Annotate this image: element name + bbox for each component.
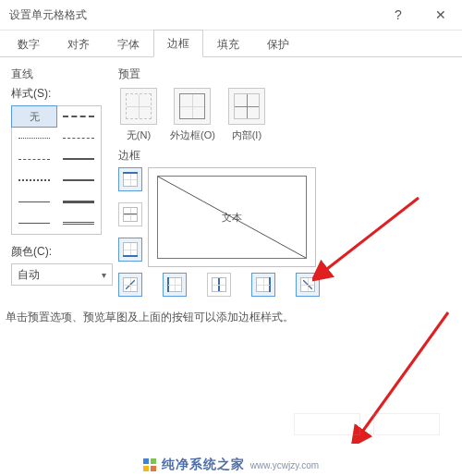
border-left-button[interactable] — [163, 273, 187, 297]
preset-inside-label: 内部(I) — [232, 128, 261, 142]
line-style-solid-thin[interactable] — [12, 191, 56, 212]
line-style-none-label: 无 — [30, 110, 40, 124]
tab-fill[interactable]: 填充 — [203, 31, 253, 57]
help-text: 单击预置选项、预览草图及上面的按钮可以添加边框样式。 — [0, 297, 462, 325]
line-style-list[interactable]: 无 — [11, 105, 102, 235]
dialog-footer-buttons — [294, 413, 440, 435]
line-style-solid-heavy[interactable] — [56, 170, 101, 190]
watermark: 纯净系统之家 www.ycwjzy.com — [0, 454, 462, 476]
line-style-solid-med[interactable] — [56, 149, 101, 169]
color-dropdown[interactable]: 自动 ▾ — [11, 263, 113, 286]
border-bottom-button[interactable] — [118, 238, 142, 262]
preview-text-label: 文本 — [222, 211, 242, 225]
svg-rect-7 — [143, 466, 149, 471]
line-style-dash-heavy[interactable] — [56, 106, 101, 127]
border-middle-h-button[interactable] — [118, 202, 142, 226]
svg-rect-6 — [151, 458, 156, 464]
tab-protection[interactable]: 保护 — [253, 31, 303, 57]
preset-outline-button[interactable] — [174, 88, 211, 125]
svg-line-1 — [126, 280, 135, 289]
color-dropdown-value: 自动 — [18, 267, 40, 283]
cancel-button[interactable] — [373, 413, 440, 435]
line-style-none[interactable]: 无 — [12, 106, 56, 127]
tab-number[interactable]: 数字 — [4, 31, 54, 57]
svg-rect-8 — [151, 466, 156, 471]
border-group-title: 边框 — [118, 148, 451, 164]
preset-none-label: 无(N) — [127, 128, 151, 142]
help-button[interactable]: ? — [377, 0, 419, 30]
style-label: 样式(S): — [11, 86, 103, 102]
line-group-title: 直线 — [11, 67, 103, 82]
border-top-button[interactable] — [118, 167, 142, 191]
tab-bar: 数字 对齐 字体 边框 填充 保护 — [0, 31, 462, 57]
dialog-title: 设置单元格格式 — [9, 7, 377, 23]
preset-none-button[interactable] — [120, 88, 157, 125]
border-right-button[interactable] — [251, 273, 275, 297]
tab-alignment[interactable]: 对齐 — [54, 31, 103, 57]
line-style-dashdot[interactable] — [56, 128, 101, 148]
line-style-dotted-2[interactable] — [12, 170, 56, 190]
tab-border[interactable]: 边框 — [153, 30, 203, 57]
watermark-url: www.ycwjzy.com — [250, 460, 319, 470]
preset-group-title: 预置 — [118, 67, 451, 82]
preset-outline-label: 外边框(O) — [170, 128, 215, 142]
line-style-double[interactable] — [56, 213, 101, 233]
border-middle-v-button[interactable] — [207, 273, 231, 297]
line-style-solid-thick[interactable] — [56, 191, 101, 212]
svg-rect-5 — [143, 458, 149, 464]
ok-button[interactable] — [294, 413, 360, 435]
line-style-dashed[interactable] — [12, 149, 56, 169]
border-diag-down-button[interactable] — [296, 273, 320, 297]
svg-line-2 — [303, 280, 312, 289]
close-button[interactable]: ✕ — [419, 0, 462, 30]
border-diag-up-button[interactable] — [118, 273, 142, 297]
watermark-logo-icon — [143, 458, 156, 471]
tab-font[interactable]: 字体 — [103, 31, 153, 57]
watermark-text: 纯净系统之家 — [162, 457, 245, 473]
color-label: 颜色(C): — [11, 244, 103, 260]
line-style-dotted[interactable] — [12, 128, 56, 148]
line-style-solid[interactable] — [12, 213, 56, 233]
border-preview: 文本 — [148, 167, 316, 267]
preset-inside-button[interactable] — [228, 88, 265, 125]
